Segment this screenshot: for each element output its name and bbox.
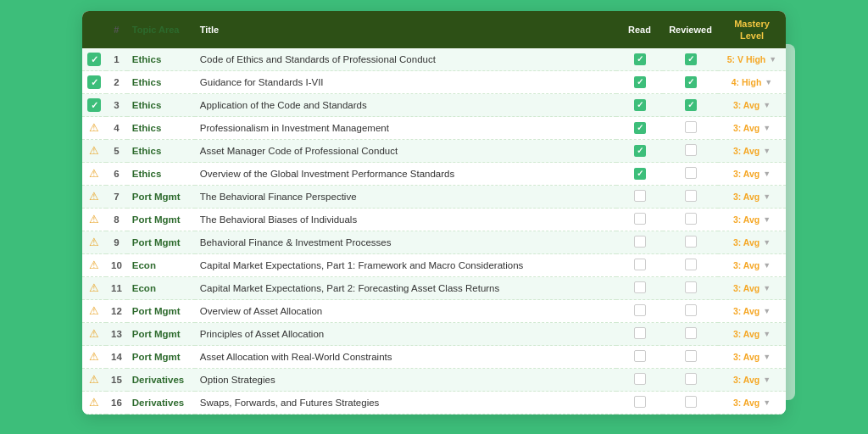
row-read-checkbox[interactable]: [616, 186, 663, 209]
row-read-checkbox[interactable]: [616, 254, 663, 277]
dropdown-arrow-icon: ▼: [763, 124, 771, 132]
warning-icon: ⚠: [87, 144, 101, 158]
table-row[interactable]: ⚠8Port MgmtThe Behavioral Biases of Indi…: [82, 209, 786, 231]
row-reviewed-checkbox[interactable]: [663, 392, 718, 415]
table-row[interactable]: ⚠16DerivativesSwaps, Forwards, and Futur…: [82, 392, 786, 415]
table-row[interactable]: ⚠4EthicsProfessionalism in Investment Ma…: [82, 117, 786, 140]
row-number: 6: [106, 163, 127, 186]
row-reviewed-checkbox[interactable]: [663, 254, 718, 277]
row-read-checkbox[interactable]: ✓: [616, 94, 663, 117]
row-reviewed-checkbox[interactable]: ✓: [663, 48, 718, 71]
table-row[interactable]: ⚠14Port MgmtAsset Allocation with Real-W…: [82, 346, 786, 369]
checkbox-empty-icon: [634, 373, 646, 385]
row-reviewed-checkbox[interactable]: [663, 209, 718, 231]
row-topic: Econ: [127, 277, 195, 300]
row-read-checkbox[interactable]: [616, 392, 663, 415]
row-title: Overview of Asset Allocation: [195, 300, 616, 323]
table-row[interactable]: ⚠10EconCapital Market Expectations, Part…: [82, 254, 786, 277]
row-read-checkbox[interactable]: [616, 277, 663, 300]
row-status-icon: ⚠: [82, 392, 106, 415]
dropdown-arrow-icon: ▼: [763, 101, 771, 109]
table-row[interactable]: ⚠9Port MgmtBehavioral Finance & Investme…: [82, 231, 786, 254]
checkbox-empty-icon: [685, 396, 697, 408]
row-mastery-dropdown[interactable]: 3: Avg▼: [718, 209, 786, 231]
row-read-checkbox[interactable]: [616, 369, 663, 392]
table-row[interactable]: ⚠13Port MgmtPrinciples of Asset Allocati…: [82, 323, 786, 346]
row-reviewed-checkbox[interactable]: [663, 346, 718, 369]
row-title: The Behavioral Finance Perspective: [195, 186, 616, 209]
checkbox-empty-icon: [685, 213, 697, 225]
row-topic: Port Mgmt: [127, 323, 195, 346]
row-topic: Ethics: [127, 163, 195, 186]
main-container: # Topic Area Title Read Reviewed Mastery…: [82, 11, 786, 415]
row-reviewed-checkbox[interactable]: ✓: [663, 94, 718, 117]
row-mastery-dropdown[interactable]: 5: V High▼: [718, 48, 786, 71]
row-read-checkbox[interactable]: [616, 209, 663, 231]
table-row[interactable]: ⚠11EconCapital Market Expectations, Part…: [82, 277, 786, 300]
row-status-icon: ⚠: [82, 209, 106, 231]
warning-icon: ⚠: [87, 259, 101, 272]
table-row[interactable]: ⚠12Port MgmtOverview of Asset Allocation…: [82, 300, 786, 323]
mastery-value: 3: Avg: [733, 352, 760, 362]
row-read-checkbox[interactable]: ✓: [616, 163, 663, 186]
row-mastery-dropdown[interactable]: 3: Avg▼: [718, 117, 786, 140]
table-row[interactable]: ✓2EthicsGuidance for Standards I-VII✓✓4:…: [82, 71, 786, 94]
row-topic: Port Mgmt: [127, 231, 195, 254]
table-row[interactable]: ✓3EthicsApplication of the Code and Stan…: [82, 94, 786, 117]
row-topic: Derivatives: [127, 392, 195, 415]
row-mastery-dropdown[interactable]: 3: Avg▼: [718, 369, 786, 392]
table-row[interactable]: ⚠6EthicsOverview of the Global Investmen…: [82, 163, 786, 186]
mastery-value: 5: V High: [727, 54, 766, 64]
row-reviewed-checkbox[interactable]: [663, 163, 718, 186]
row-mastery-dropdown[interactable]: 3: Avg▼: [718, 140, 786, 163]
row-reviewed-checkbox[interactable]: [663, 300, 718, 323]
row-reviewed-checkbox[interactable]: [663, 323, 718, 346]
warning-icon: ⚠: [87, 373, 101, 387]
row-reviewed-checkbox[interactable]: [663, 186, 718, 209]
row-mastery-dropdown[interactable]: 3: Avg▼: [718, 163, 786, 186]
table-row[interactable]: ✓1EthicsCode of Ethics and Standards of …: [82, 48, 786, 71]
row-reviewed-checkbox[interactable]: [663, 231, 718, 254]
row-mastery-dropdown[interactable]: 3: Avg▼: [718, 277, 786, 300]
checkbox-checked-icon: ✓: [685, 53, 697, 65]
table-row[interactable]: ⚠5EthicsAsset Manager Code of Profession…: [82, 140, 786, 163]
row-read-checkbox[interactable]: ✓: [616, 140, 663, 163]
row-status-icon: ⚠: [82, 186, 106, 209]
table-header-row: # Topic Area Title Read Reviewed Mastery…: [82, 11, 786, 49]
row-read-checkbox[interactable]: [616, 323, 663, 346]
dropdown-arrow-icon: ▼: [763, 376, 771, 384]
table-row[interactable]: ⚠15DerivativesOption Strategies3: Avg▼: [82, 369, 786, 392]
row-read-checkbox[interactable]: [616, 346, 663, 369]
row-reviewed-checkbox[interactable]: [663, 140, 718, 163]
row-mastery-dropdown[interactable]: 3: Avg▼: [718, 392, 786, 415]
row-reviewed-checkbox[interactable]: ✓: [663, 71, 718, 94]
checkbox-empty-icon: [685, 373, 697, 385]
row-read-checkbox[interactable]: [616, 231, 663, 254]
row-topic: Port Mgmt: [127, 209, 195, 231]
row-read-checkbox[interactable]: [616, 300, 663, 323]
row-number: 1: [106, 48, 127, 71]
row-mastery-dropdown[interactable]: 3: Avg▼: [718, 323, 786, 346]
table-row[interactable]: ⚠7Port MgmtThe Behavioral Finance Perspe…: [82, 186, 786, 209]
row-mastery-dropdown[interactable]: 3: Avg▼: [718, 231, 786, 254]
row-mastery-dropdown[interactable]: 3: Avg▼: [718, 94, 786, 117]
row-reviewed-checkbox[interactable]: [663, 277, 718, 300]
row-status-icon: ✓: [82, 94, 106, 117]
row-mastery-dropdown[interactable]: 4: High▼: [718, 71, 786, 94]
row-status-icon: ⚠: [82, 300, 106, 323]
row-mastery-dropdown[interactable]: 3: Avg▼: [718, 346, 786, 369]
checkbox-empty-icon: [685, 327, 697, 339]
row-mastery-dropdown[interactable]: 3: Avg▼: [718, 186, 786, 209]
row-read-checkbox[interactable]: ✓: [616, 117, 663, 140]
row-read-checkbox[interactable]: ✓: [616, 48, 663, 71]
row-number: 12: [106, 300, 127, 323]
mastery-value: 3: Avg: [733, 123, 760, 133]
row-mastery-dropdown[interactable]: 3: Avg▼: [718, 300, 786, 323]
mastery-value: 3: Avg: [733, 169, 760, 179]
row-mastery-dropdown[interactable]: 3: Avg▼: [718, 254, 786, 277]
row-reviewed-checkbox[interactable]: [663, 369, 718, 392]
dropdown-arrow-icon: ▼: [763, 147, 771, 155]
row-read-checkbox[interactable]: ✓: [616, 71, 663, 94]
checkbox-checked-icon: ✓: [634, 122, 646, 134]
row-reviewed-checkbox[interactable]: [663, 117, 718, 140]
